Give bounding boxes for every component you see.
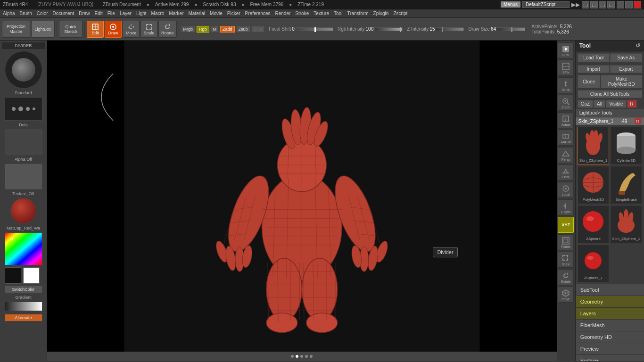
canvas-dot-2[interactable] bbox=[296, 355, 298, 358]
scroll-button[interactable]: Scroll bbox=[558, 77, 574, 93]
script-input[interactable] bbox=[522, 1, 570, 8]
texture-preview[interactable] bbox=[5, 164, 42, 189]
canvas-dot-1[interactable] bbox=[291, 355, 294, 358]
canvas-dot-3[interactable] bbox=[300, 355, 303, 358]
subtool-item-polymesh[interactable]: PolyMesh3D bbox=[578, 166, 610, 204]
menu-light[interactable]: Light bbox=[136, 11, 147, 16]
xyz-button[interactable]: XYZ bbox=[558, 217, 574, 233]
subtool-item-simplebrush[interactable]: SimpleBrush bbox=[610, 166, 642, 204]
menu-brush[interactable]: Brush bbox=[20, 11, 32, 16]
polyf-button[interactable]: PolyF bbox=[558, 287, 574, 303]
panel-layers[interactable]: Layers bbox=[576, 308, 644, 320]
subtool-item-zsphere[interactable]: ZSphere bbox=[578, 205, 610, 243]
draw-size-slider[interactable] bbox=[497, 27, 525, 31]
brush-preview[interactable] bbox=[5, 51, 42, 89]
panel-preview[interactable]: Preview bbox=[576, 343, 644, 355]
persp-button[interactable]: Persp bbox=[558, 147, 574, 163]
menu-texture[interactable]: Texture bbox=[314, 11, 329, 16]
background-color[interactable] bbox=[23, 267, 40, 284]
projection-master-button[interactable]: Projection Master bbox=[2, 21, 30, 38]
rgb-button[interactable]: Rgb bbox=[197, 26, 209, 33]
win-close[interactable] bbox=[634, 1, 641, 8]
zsub-button[interactable]: Zsub bbox=[236, 26, 250, 33]
icon-btn-3[interactable]: ⬚ bbox=[599, 1, 606, 8]
z-intensity-slider[interactable] bbox=[436, 27, 464, 31]
import-button[interactable]: Import bbox=[578, 65, 610, 73]
subtool-item-skin-zsphere-2[interactable]: Skin_ZSphere_1 bbox=[610, 205, 642, 243]
lightbox-button[interactable]: LightBox bbox=[31, 21, 55, 38]
visible-button[interactable]: Visible bbox=[606, 100, 626, 108]
canvas-dot-5[interactable] bbox=[310, 355, 313, 358]
all-button[interactable]: All bbox=[594, 100, 605, 108]
export-button[interactable]: Export bbox=[610, 65, 642, 73]
menu-material[interactable]: Material bbox=[189, 11, 206, 16]
menu-tool[interactable]: Tool bbox=[334, 11, 342, 16]
focal-slider[interactable] bbox=[296, 27, 333, 31]
menus-button[interactable]: Menus bbox=[501, 1, 520, 8]
menu-document[interactable]: Document bbox=[53, 11, 74, 16]
icon-btn-1[interactable]: ⬚ bbox=[582, 1, 589, 8]
menu-zplugin[interactable]: Zplugin bbox=[373, 11, 389, 16]
icon-btn-2[interactable]: ⬚ bbox=[590, 1, 598, 8]
panel-fibermesh[interactable]: FiberMesh bbox=[576, 320, 644, 331]
save-as-button[interactable]: Save As bbox=[610, 53, 642, 62]
refresh-icon[interactable]: ↺ bbox=[636, 42, 640, 49]
expand-icon[interactable]: ▶▶ bbox=[571, 1, 580, 8]
menu-movie[interactable]: Movie bbox=[210, 11, 223, 16]
alpha-preview[interactable] bbox=[5, 129, 42, 155]
clone-button[interactable]: Clone bbox=[578, 75, 601, 88]
zoom-button[interactable]: Zoom bbox=[558, 95, 574, 111]
rotate-button[interactable]: Rotate bbox=[158, 21, 177, 38]
win-max[interactable] bbox=[625, 1, 633, 8]
menu-color[interactable]: Color bbox=[37, 11, 48, 16]
tool-scale-button[interactable]: Scale bbox=[558, 252, 574, 268]
local-button[interactable]: Local bbox=[558, 182, 574, 198]
tool-rotate-button[interactable]: Rotate bbox=[558, 269, 574, 285]
alternate-button[interactable]: Alternate bbox=[5, 314, 42, 321]
menu-layer[interactable]: Layer bbox=[120, 11, 132, 16]
menu-alpha[interactable]: Alpha bbox=[3, 11, 15, 16]
clone-all-subtools-button[interactable]: Clone All SubTools bbox=[578, 90, 642, 98]
switch-color-button[interactable]: SwitchColor bbox=[5, 286, 42, 293]
panel-geometry[interactable]: Geometry bbox=[576, 296, 644, 308]
actual-button[interactable]: 1:1 Actual bbox=[558, 112, 574, 128]
menu-transform[interactable]: Transform bbox=[347, 11, 368, 16]
m-button[interactable]: M bbox=[211, 26, 219, 33]
load-tool-button[interactable]: Load Tool bbox=[578, 53, 610, 62]
stroke-preview[interactable] bbox=[5, 97, 42, 121]
frame-button[interactable]: Frame bbox=[558, 234, 574, 250]
scale-button[interactable]: Scale bbox=[140, 21, 157, 38]
canvas-dot-4[interactable] bbox=[305, 355, 308, 358]
foreground-color[interactable] bbox=[5, 267, 21, 284]
menu-file[interactable]: File bbox=[107, 11, 115, 16]
menu-picker[interactable]: Picker bbox=[227, 11, 240, 16]
icon-btn-4[interactable]: ⬚ bbox=[607, 1, 615, 8]
mrgb-button[interactable]: Mrgb bbox=[181, 26, 196, 33]
zadd-button[interactable]: Zadd bbox=[220, 26, 235, 33]
quick-sketch-button[interactable]: Quick Sketch bbox=[59, 21, 83, 38]
rgb-intensity-slider[interactable] bbox=[374, 27, 403, 31]
subtool-item-cylinder[interactable]: Cylinder3D bbox=[610, 127, 642, 165]
bpr-button[interactable]: BPR bbox=[558, 42, 574, 58]
menu-macro[interactable]: Macro bbox=[151, 11, 165, 16]
lsym-button[interactable]: L.Sym bbox=[558, 199, 574, 215]
win-min[interactable] bbox=[617, 1, 624, 8]
edit-button[interactable]: Edit bbox=[87, 21, 104, 38]
move-button[interactable]: Move bbox=[123, 21, 140, 38]
menu-stroke[interactable]: Stroke bbox=[295, 11, 309, 16]
r-button[interactable]: R bbox=[627, 100, 637, 108]
panel-subtool[interactable]: SubTool bbox=[576, 284, 644, 296]
subtool-item-skin-zsphere[interactable]: Skin_ZSphere_1 bbox=[578, 127, 610, 165]
menu-edit[interactable]: Edit bbox=[95, 11, 103, 16]
goz-button[interactable]: GoZ bbox=[578, 100, 593, 108]
make-polymesh-button[interactable]: Make PolyMesh3D bbox=[601, 75, 642, 88]
menu-draw[interactable]: Draw bbox=[79, 11, 90, 16]
menu-render[interactable]: Render bbox=[275, 11, 291, 16]
draw-button[interactable]: Draw bbox=[105, 21, 122, 38]
menu-marker[interactable]: Marker bbox=[169, 11, 183, 16]
menu-zscript[interactable]: Zscript bbox=[393, 11, 407, 16]
menu-preferences[interactable]: Preferences bbox=[245, 11, 271, 16]
zcut-button[interactable]: Zcut bbox=[252, 26, 265, 33]
panel-surface[interactable]: Surface bbox=[576, 355, 644, 361]
panel-geometry-hd[interactable]: Geometry HD bbox=[576, 331, 644, 343]
